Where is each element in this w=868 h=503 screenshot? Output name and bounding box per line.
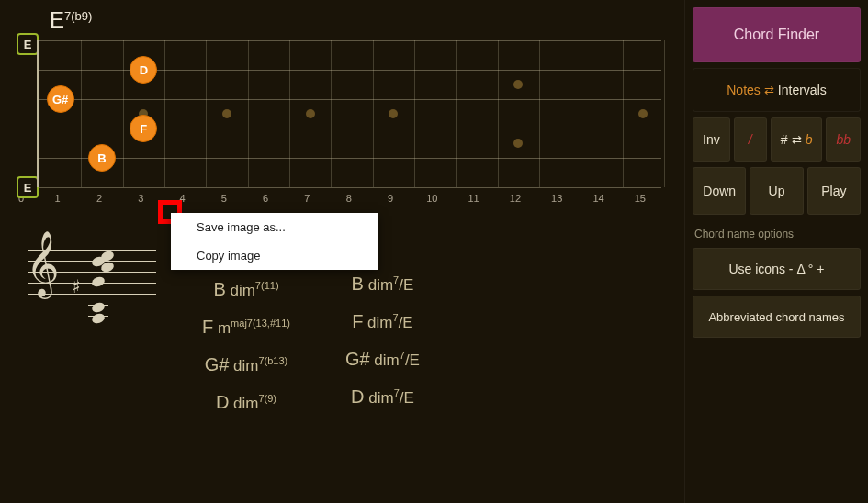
staff-notation: 𝄞 ♯ xyxy=(18,250,165,413)
chord-name[interactable]: G# dim7(b13) xyxy=(205,354,288,375)
chord-name[interactable]: D dim7(9) xyxy=(216,392,276,413)
swap-icon: ⇄ xyxy=(792,133,802,147)
open-string-bottom[interactable]: E xyxy=(17,176,39,198)
abbreviated-names-toggle[interactable]: Abbreviated chord names xyxy=(693,296,861,338)
fret-note[interactable]: B xyxy=(88,144,116,172)
open-string-top[interactable]: E xyxy=(17,33,39,55)
chord-name[interactable]: D dim7/E xyxy=(351,386,414,408)
fret-note[interactable]: G# xyxy=(47,85,74,113)
chord-name[interactable]: F mmaj7(13,#11) xyxy=(202,317,290,338)
sharp-flat-toggle[interactable]: # ⇄ b xyxy=(771,117,823,162)
context-menu: Save image as... Copy image xyxy=(171,213,378,270)
sharp-icon: ♯ xyxy=(72,275,81,297)
chord-name[interactable]: B dim7/E xyxy=(352,274,414,295)
chord-name-options-label: Chord name options xyxy=(694,228,861,240)
notes-intervals-toggle[interactable]: Notes ⇄ Intervals xyxy=(693,68,861,112)
fret-note[interactable]: F xyxy=(130,115,157,142)
chord-finder-button[interactable]: Chord Finder xyxy=(693,7,861,62)
use-icons-toggle[interactable]: Use icons - Δ ° + xyxy=(693,248,861,290)
swap-icon: ⇄ xyxy=(764,84,774,97)
inversion-button[interactable]: Inv xyxy=(693,117,730,162)
fret-note[interactable]: D xyxy=(130,56,157,84)
slash-button[interactable]: / xyxy=(734,117,767,162)
context-copy-image[interactable]: Copy image xyxy=(171,241,378,270)
chord-name[interactable]: B dim7(11) xyxy=(213,279,278,300)
double-flat-button[interactable]: bb xyxy=(826,117,861,162)
play-button[interactable]: Play xyxy=(807,167,861,215)
fret-numbers: 0123456789101112131415 xyxy=(18,193,666,204)
fretboard-area: E E DG#FB 0123456789101112131415 xyxy=(37,40,666,204)
treble-clef-icon: 𝄞 xyxy=(26,235,60,292)
chord-title: E7(b9) xyxy=(50,7,666,33)
transpose-up-button[interactable]: Up xyxy=(750,167,803,215)
transpose-down-button[interactable]: Down xyxy=(693,167,746,215)
context-save-image-as[interactable]: Save image as... xyxy=(171,213,378,241)
fretboard[interactable]: DG#FB xyxy=(37,40,661,187)
main-panel: E7(b9) E E DG#FB 0123456789101112131415 … xyxy=(0,0,684,503)
chord-name[interactable]: F dim7/E xyxy=(352,311,413,332)
chord-name[interactable]: G# dim7/E xyxy=(345,349,420,370)
side-panel: Chord Finder Notes ⇄ Intervals Inv / # ⇄… xyxy=(684,0,868,503)
